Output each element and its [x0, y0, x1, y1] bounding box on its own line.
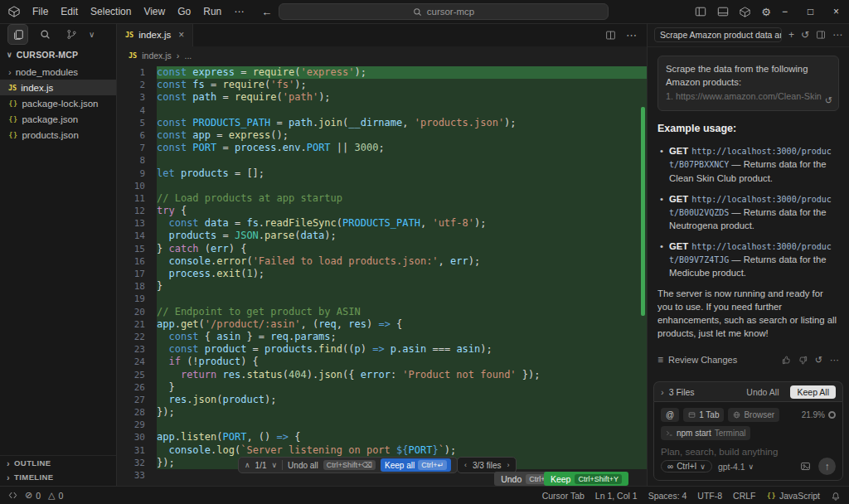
code-editor[interactable]: 1const express = require('express');2con…	[117, 64, 647, 486]
timeline-section[interactable]: › TIMELINE	[0, 470, 116, 484]
problems-errors[interactable]: ⊘ 0	[25, 490, 41, 501]
model-selector[interactable]: gpt-4.1 ∨	[718, 462, 754, 472]
menu-run[interactable]: Run	[197, 4, 227, 19]
tab-context-chip[interactable]: 1 Tab	[683, 408, 724, 422]
tree-item-index-js[interactable]: JS index.js	[0, 80, 116, 95]
search-view-icon[interactable]	[36, 25, 55, 44]
toggle-panel-icon[interactable]	[717, 6, 729, 17]
code-line[interactable]: 18}	[117, 280, 647, 293]
code-line[interactable]: 19	[117, 293, 647, 305]
menu-view[interactable]: View	[138, 4, 171, 19]
code-line[interactable]: 29	[117, 419, 647, 431]
menu-file[interactable]: File	[27, 4, 54, 19]
tree-item-products-json[interactable]: {} products.json	[0, 127, 116, 143]
maximize-button[interactable]: □	[798, 0, 823, 23]
explorer-icon[interactable]	[7, 24, 28, 45]
outline-section[interactable]: › OUTLINE	[0, 456, 116, 470]
code-line[interactable]: 20// Endpoint to get product by ASIN	[117, 306, 647, 318]
code-line[interactable]: 23 const product = products.find((p) => …	[117, 343, 647, 356]
source-control-icon[interactable]	[62, 25, 81, 44]
undo-all-files-button[interactable]: Undo All	[746, 387, 779, 397]
keep-change-button[interactable]: Keep Ctrl+Shift+Y	[544, 472, 628, 486]
more-views-chevron-icon[interactable]: ∨	[89, 30, 95, 39]
cursor-tab-status[interactable]: Cursor Tab	[542, 491, 585, 501]
split-editor-icon[interactable]	[605, 30, 616, 41]
prev-change-icon[interactable]: ∧	[245, 461, 250, 469]
cursor-ai-icon[interactable]	[740, 7, 750, 17]
message-more-icon[interactable]: ⋯	[830, 354, 839, 367]
chat-input-placeholder[interactable]: Plan, search, build anything	[661, 447, 836, 457]
code-line[interactable]: 4	[117, 104, 647, 117]
code-line[interactable]: 1const express = require('express');	[117, 66, 647, 79]
code-line[interactable]: 12try {	[117, 205, 647, 217]
code-line[interactable]: 22 const { asin } = req.params;	[117, 331, 647, 343]
retry-icon[interactable]: ↺	[815, 354, 822, 367]
remote-indicator-icon[interactable]	[8, 491, 17, 500]
files-count[interactable]: 3 Files	[669, 387, 695, 397]
minimize-button[interactable]: −	[772, 0, 798, 23]
code-line[interactable]: 2const fs = require('fs');	[117, 79, 647, 91]
command-center-search[interactable]: cursor-mcp	[279, 3, 609, 20]
code-line[interactable]: 14 products = JSON.parse(data);	[117, 230, 647, 242]
code-line[interactable]: 13 const data = fs.readFileSync(PRODUCTS…	[117, 217, 647, 230]
breadcrumb-more[interactable]: ...	[185, 51, 192, 61]
settings-gear-icon[interactable]: ⚙	[761, 6, 771, 18]
code-line[interactable]: 25 return res.status(404).json({ error: …	[117, 369, 647, 381]
back-icon[interactable]: ←	[261, 6, 272, 18]
tree-item-package-lock[interactable]: {} package-lock.json	[0, 95, 116, 111]
prev-file-icon[interactable]: ‹	[464, 461, 467, 469]
notifications-bell-icon[interactable]	[831, 491, 841, 501]
new-chat-icon[interactable]: +	[788, 29, 794, 41]
code-line[interactable]: 21app.get('/product/:asin', (req, res) =…	[117, 318, 647, 331]
browser-context-chip[interactable]: Browser	[728, 408, 779, 422]
keep-all-button[interactable]: Keep all Ctrl+↵	[381, 458, 451, 472]
code-line[interactable]: 15} catch (err) {	[117, 243, 647, 255]
agent-mode-selector[interactable]: ∞ Ctrl+I ∨	[661, 460, 712, 472]
next-file-icon[interactable]: ›	[507, 461, 509, 469]
indentation-status[interactable]: Spaces: 4	[648, 491, 687, 501]
more-actions-icon[interactable]: ⋯	[626, 29, 637, 41]
undo-all-button[interactable]: Undo all	[288, 461, 318, 470]
cursor-position[interactable]: Ln 1, Col 1	[595, 491, 638, 501]
code-line[interactable]: 24 if (!product) {	[117, 356, 647, 368]
more-options-icon[interactable]: ⋯	[832, 29, 842, 41]
keep-all-files-button[interactable]: Keep All	[790, 385, 836, 399]
restore-checkpoint-icon[interactable]: ↺	[825, 94, 832, 108]
encoding-status[interactable]: UTF-8	[697, 491, 722, 501]
user-message-card[interactable]: Scrape the data from the following Amazo…	[657, 56, 839, 111]
menu-edit[interactable]: Edit	[55, 4, 84, 19]
tab-index-js[interactable]: JS index.js ×	[117, 23, 193, 46]
breadcrumb-file[interactable]: index.js	[142, 51, 172, 61]
code-line[interactable]: 11// Load products at app startup	[117, 192, 647, 205]
code-line[interactable]: 30app.listen(PORT, () => {	[117, 431, 647, 443]
close-window-button[interactable]: ×	[823, 0, 849, 23]
attach-image-icon[interactable]	[800, 461, 811, 472]
workspace-header[interactable]: ∨ CURSOR-MCP	[0, 46, 116, 64]
code-line[interactable]: 31 console.log(`Server listening on port…	[117, 444, 647, 457]
problems-warnings[interactable]: △ 0	[48, 490, 63, 501]
thumbs-up-icon[interactable]	[782, 356, 791, 365]
menu-more-icon[interactable]: ⋯	[228, 4, 250, 19]
chevron-right-icon[interactable]: ›	[661, 387, 664, 397]
code-line[interactable]: 5const PRODUCTS_PATH = path.join(__dirna…	[117, 117, 647, 129]
close-tab-icon[interactable]: ×	[178, 29, 184, 41]
code-line[interactable]: 10	[117, 180, 647, 192]
eol-status[interactable]: CRLF	[733, 491, 755, 501]
tree-item-node-modules[interactable]: › node_modules	[0, 64, 116, 80]
code-line[interactable]: 6const app = express();	[117, 129, 647, 142]
breadcrumb[interactable]: JS index.js › ...	[117, 46, 647, 64]
code-line[interactable]: 7const PORT = process.env.PORT || 3000;	[117, 142, 647, 154]
menu-selection[interactable]: Selection	[85, 4, 137, 19]
review-changes-button[interactable]: Review Changes	[668, 354, 737, 367]
terminal-context-chip[interactable]: npm start Terminal	[661, 426, 750, 440]
add-context-button[interactable]: @	[661, 408, 679, 422]
chat-title[interactable]: Scrape Amazon product data and c	[654, 27, 782, 42]
code-line[interactable]: 17 process.exit(1);	[117, 268, 647, 280]
toggle-sidebar-icon[interactable]	[695, 6, 706, 17]
tree-item-package-json[interactable]: {} package.json	[0, 111, 116, 127]
next-change-icon[interactable]: ∨	[272, 461, 278, 469]
code-line[interactable]: 26 }	[117, 381, 647, 394]
chat-input-card[interactable]: @ 1 Tab Browser	[653, 401, 843, 481]
history-icon[interactable]: ↺	[801, 29, 809, 41]
menu-go[interactable]: Go	[172, 4, 196, 19]
